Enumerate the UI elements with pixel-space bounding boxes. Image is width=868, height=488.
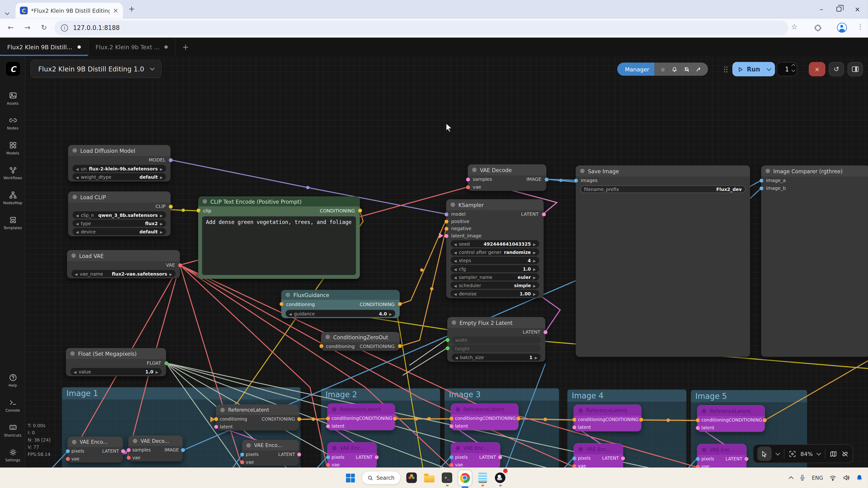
node-flux-guidance[interactable]: FluxGuidance conditioningCONDITIONING gu… <box>281 290 400 318</box>
sidebar-item-nodesmap[interactable]: NodesMap <box>0 185 26 210</box>
widget-cfg[interactable]: cfg1.0 <box>451 265 539 272</box>
widget-filename-prefix[interactable]: filename_prefixFlux2_dev <box>580 185 746 193</box>
widget-unet-name[interactable]: un ...flux-2-klein-9b.safetensors <box>72 165 166 172</box>
collapse-dot-icon[interactable] <box>203 199 207 204</box>
latent-out-dot[interactable] <box>543 330 547 334</box>
manager-bell-slash-icon[interactable] <box>684 66 690 72</box>
tray-expand-icon[interactable] <box>788 476 793 481</box>
toggle-panel-button[interactable] <box>847 62 863 76</box>
conditioning-out-dot[interactable] <box>398 344 401 348</box>
taskbar-app-resolve[interactable] <box>405 468 418 487</box>
minimap-icon[interactable] <box>830 450 837 457</box>
sidebar-item-shortcuts[interactable]: Shortcuts <box>0 418 26 443</box>
run-button[interactable]: Run <box>733 62 775 76</box>
reload-button[interactable]: ↻ <box>41 23 47 32</box>
collapse-dot-icon[interactable] <box>580 169 585 173</box>
conditioning-out-dot[interactable] <box>393 416 397 420</box>
taskbar-search[interactable]: Search <box>362 471 401 485</box>
tool-chevron-icon[interactable] <box>775 451 780 455</box>
forward-button[interactable]: → <box>24 23 30 32</box>
collapse-dot-icon[interactable] <box>72 148 77 153</box>
language-indicator[interactable]: ENG <box>812 475 823 481</box>
volume-icon[interactable] <box>842 474 850 481</box>
latent-out-dot[interactable] <box>121 449 125 453</box>
window-close-button[interactable] <box>855 5 860 13</box>
node-conditioning-zero-out[interactable]: ConditioningZeroOut conditioningCONDITIO… <box>321 332 400 351</box>
node-vae-encode-g5[interactable]: VAE Enc... pixelsLATENT vae <box>698 445 746 468</box>
node-vae-encode-g2[interactable]: VAE Enc... pixelsLATENT vae <box>328 443 376 468</box>
history-button[interactable] <box>829 62 844 76</box>
zoom-chevron-icon[interactable] <box>816 451 821 455</box>
tab-search-icon[interactable] <box>5 6 9 17</box>
taskbar-app-obs[interactable] <box>494 468 507 487</box>
address-bar[interactable]: 127.0.0.1:8188 <box>54 21 788 35</box>
window-restore-button[interactable] <box>836 7 841 11</box>
profile-avatar[interactable] <box>837 23 847 33</box>
collapse-dot-icon[interactable] <box>246 443 251 448</box>
manager-share-icon[interactable] <box>696 66 702 72</box>
node-vae-encode-g3[interactable]: VAE Enc... pixelsLATENT vae <box>451 443 500 468</box>
collapse-dot-icon[interactable] <box>70 351 75 356</box>
queue-count-stepper[interactable]: 1 <box>777 62 797 76</box>
node-vae-decode[interactable]: VAE Decode samplesIMAGE vae <box>468 164 546 191</box>
zoom-level[interactable]: 84% <box>801 451 813 457</box>
latent-out-dot[interactable] <box>498 455 502 459</box>
collapse-dot-icon[interactable] <box>766 169 770 173</box>
sidebar-item-models[interactable]: Models <box>0 135 26 161</box>
node-image-comparer[interactable]: Image Comparer (rgthree) image_a image_b <box>761 165 868 357</box>
sidebar-item-workflows[interactable]: Workflows <box>0 161 26 186</box>
widget-seed[interactable]: seed492444641043325 <box>451 240 539 248</box>
node-save-image[interactable]: Save Image images filename_prefixFlux2_d… <box>576 165 750 357</box>
new-tab-button[interactable] <box>128 4 135 13</box>
latent-out-dot[interactable] <box>297 452 301 456</box>
collapse-dot-icon[interactable] <box>326 335 330 339</box>
widget-batch-size[interactable]: batch_size1 <box>452 354 541 361</box>
image-out-dot[interactable] <box>181 448 184 452</box>
wifi-icon[interactable] <box>829 474 837 481</box>
manager-bell-icon[interactable] <box>671 66 677 72</box>
collapse-dot-icon[interactable] <box>71 253 76 258</box>
back-button[interactable]: ← <box>8 23 14 32</box>
collapse-dot-icon[interactable] <box>220 408 225 412</box>
taskbar-app-notepad[interactable] <box>476 468 489 487</box>
node-clip-text-encode[interactable]: CLIP Text Encode (Positive Prompt) clipC… <box>198 196 360 279</box>
latent-out-dot[interactable] <box>621 456 625 460</box>
collapse-dot-icon[interactable] <box>451 202 455 207</box>
prompt-textarea[interactable]: Add dense green vegetation, trees, and f… <box>202 217 356 275</box>
comfyui-logo[interactable]: C <box>6 62 20 76</box>
widget-steps[interactable]: steps4 <box>451 257 539 264</box>
taskbar-app-terminal[interactable] <box>440 468 454 487</box>
tab-close-icon[interactable] <box>113 7 119 14</box>
collapse-dot-icon[interactable] <box>72 440 76 444</box>
browser-menu-icon[interactable] <box>857 23 864 30</box>
collapse-dot-icon[interactable] <box>72 195 77 199</box>
extensions-icon[interactable] <box>814 24 822 34</box>
microphone-icon[interactable] <box>799 474 806 481</box>
manager-star-icon[interactable] <box>660 66 665 72</box>
widget-device[interactable]: devicedefault <box>72 228 166 235</box>
widget-scheduler[interactable]: schedulersimple <box>451 282 539 289</box>
widget-width[interactable]: width <box>452 336 541 344</box>
node-reference-latent-1[interactable]: ReferenceLatent conditioningCONDITIONING… <box>216 404 299 430</box>
node-reference-latent-5[interactable]: ReferenceLatent conditioningCONDITIONING… <box>698 405 765 431</box>
latent-out-dot[interactable] <box>744 457 748 460</box>
workflow-tab-active[interactable]: Flux2 Klein 9B Distill... <box>0 38 88 56</box>
node-reference-latent-2[interactable]: ReferenceLatent conditioningCONDITIONING… <box>328 404 395 430</box>
browser-tab[interactable]: C *Flux2 Klein 9B Distill Editing 1.0 <box>16 3 123 19</box>
image-out-dot[interactable] <box>545 177 548 181</box>
latent-out-dot[interactable] <box>541 212 545 216</box>
conditioning-out-dot[interactable] <box>639 418 643 421</box>
site-info-icon[interactable] <box>61 24 68 32</box>
sidebar-item-help[interactable]: Help <box>0 368 26 393</box>
widget-height[interactable]: height <box>452 345 541 352</box>
widget-denoise[interactable]: denoise1.00 <box>451 290 539 297</box>
node-load-diffusion-model[interactable]: Load Diffusion Model MODEL un ...flux-2-… <box>68 145 170 182</box>
count-down-icon[interactable] <box>791 68 795 71</box>
notification-bell-icon[interactable] <box>856 474 863 481</box>
toolbar-drag-handle[interactable] <box>723 66 728 73</box>
widget-clip-name[interactable]: clip_n ...qwen_3_8b.safetensors <box>72 212 166 219</box>
node-empty-flux2-latent[interactable]: Empty Flux 2 Latent LATENT width height … <box>447 317 545 362</box>
node-canvas[interactable]: Image 1 Image 2 Image 3 Image 4 Image 5 <box>0 56 868 467</box>
node-reference-latent-4[interactable]: ReferenceLatent conditioningCONDITIONING… <box>574 405 641 431</box>
node-vae-encode-1[interactable]: VAE Enco... pixelsLATENT vae <box>67 436 123 462</box>
